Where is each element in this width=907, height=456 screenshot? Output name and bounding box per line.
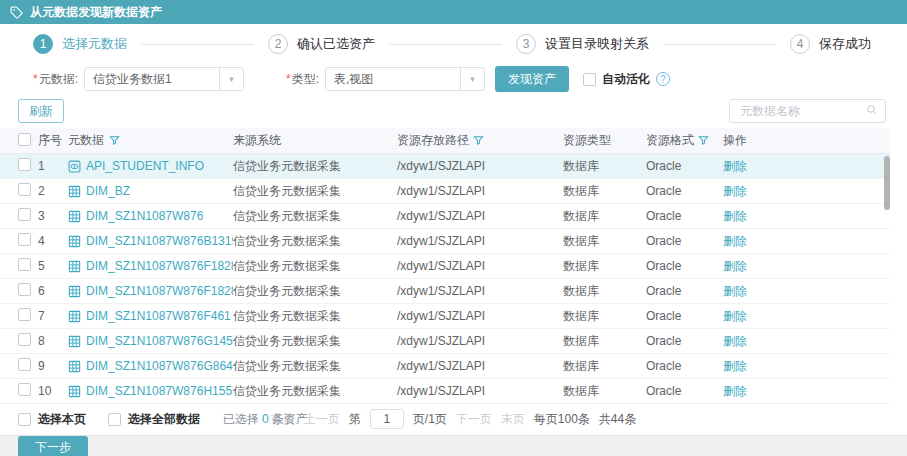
delete-link[interactable]: 删除 xyxy=(723,334,747,348)
metadata-link[interactable]: DIM_SZ1N1087W876F1828 xyxy=(86,259,233,273)
delete-link[interactable]: 删除 xyxy=(723,284,747,298)
row-index: 10 xyxy=(38,384,68,398)
type-select[interactable]: 表,视图 ▼ xyxy=(325,67,485,91)
step-1-label: 选择元数据 xyxy=(62,35,127,53)
discover-assets-button[interactable]: 发现资产 xyxy=(495,66,569,92)
vertical-scrollbar[interactable] xyxy=(884,156,890,210)
select-page-checkbox[interactable] xyxy=(18,413,31,426)
table-row: 9 DIM_SZ1N1087W876G864 信贷业务元数据采集 /xdyw1/… xyxy=(0,354,890,379)
table-row: 2 DIM_BZ 信贷业务元数据采集 /xdyw1/SJZLAPI 数据库 Or… xyxy=(0,179,890,204)
metadata-link[interactable]: DIM_SZ1N1087W876G864 xyxy=(86,359,233,373)
delete-link[interactable]: 删除 xyxy=(723,184,747,198)
row-index: 3 xyxy=(38,209,68,223)
row-checkbox[interactable] xyxy=(18,383,31,396)
row-index: 7 xyxy=(38,309,68,323)
filter-icon[interactable] xyxy=(473,135,484,146)
delete-link[interactable]: 删除 xyxy=(723,209,747,223)
row-checkbox[interactable] xyxy=(18,233,31,246)
next-page-button[interactable]: 下一页 xyxy=(456,411,492,428)
metadata-link[interactable]: DIM_SZ1N1087W876B1319 xyxy=(86,234,233,248)
delete-link[interactable]: 删除 xyxy=(723,309,747,323)
filter-icon[interactable] xyxy=(109,135,120,146)
row-source: 信贷业务元数据采集 xyxy=(233,333,397,350)
prev-page-button[interactable]: 上一页 xyxy=(304,411,340,428)
type-select-value: 表,视图 xyxy=(326,71,460,88)
auto-activate-checkbox[interactable] xyxy=(583,73,596,86)
table-row: 4 DIM_SZ1N1087W876B1319 信贷业务元数据采集 /xdyw1… xyxy=(0,229,890,254)
last-page-button[interactable]: 末页 xyxy=(501,411,525,428)
row-checkbox[interactable] xyxy=(18,333,31,346)
row-index: 1 xyxy=(38,159,68,173)
table-row: 6 DIM_SZ1N1087W876F1828Y1113 信贷业务元数据采集 /… xyxy=(0,279,890,304)
metadata-link[interactable]: DIM_SZ1N1087W876F1828Y1113 xyxy=(86,284,233,298)
row-checkbox[interactable] xyxy=(18,158,31,171)
column-header-path-label: 资源存放路径 xyxy=(397,132,469,149)
table-icon xyxy=(68,335,81,348)
row-path: /xdyw1/SJZLAPI xyxy=(397,359,563,373)
metadata-select[interactable]: 信贷业务数据1 ▼ xyxy=(84,67,244,91)
delete-link[interactable]: 删除 xyxy=(723,259,747,273)
row-checkbox[interactable] xyxy=(18,358,31,371)
row-checkbox[interactable] xyxy=(18,308,31,321)
metadata-link[interactable]: DIM_SZ1N1087W876F461 xyxy=(86,309,231,323)
table-icon xyxy=(68,360,81,373)
search-icon[interactable] xyxy=(866,102,878,120)
row-checkbox[interactable] xyxy=(18,183,31,196)
table-row: 5 DIM_SZ1N1087W876F1828 信贷业务元数据采集 /xdyw1… xyxy=(0,254,890,279)
row-checkbox[interactable] xyxy=(18,283,31,296)
refresh-button[interactable]: 刷新 xyxy=(18,99,64,123)
total-count-label: 共44条 xyxy=(599,411,636,428)
step-connector xyxy=(663,44,776,45)
select-all-data-checkbox[interactable] xyxy=(108,413,121,426)
row-path: /xdyw1/SJZLAPI xyxy=(397,259,563,273)
metadata-link[interactable]: API_STUDENT_INFO xyxy=(86,159,204,173)
row-type: 数据库 xyxy=(563,333,646,350)
step-2: 2 确认已选资产 xyxy=(268,34,375,54)
row-index: 4 xyxy=(38,234,68,248)
selected-count: 0 xyxy=(262,412,269,426)
row-type: 数据库 xyxy=(563,283,646,300)
step-connector xyxy=(389,44,502,45)
tag-icon xyxy=(10,6,23,19)
chevron-down-icon[interactable]: ▼ xyxy=(219,68,243,90)
row-checkbox[interactable] xyxy=(18,258,31,271)
row-format: Oracle xyxy=(646,184,723,198)
metadata-link[interactable]: DIM_SZ1N1087W876G1459 xyxy=(86,334,233,348)
search-input[interactable] xyxy=(738,103,866,119)
row-path: /xdyw1/SJZLAPI xyxy=(397,234,563,248)
row-source: 信贷业务元数据采集 xyxy=(233,233,397,250)
step-2-label: 确认已选资产 xyxy=(297,35,375,53)
titlebar: 从元数据发现新数据资产 xyxy=(0,0,907,24)
table-icon xyxy=(68,235,81,248)
step-1-circle: 1 xyxy=(33,34,53,54)
help-icon[interactable]: ? xyxy=(656,72,670,86)
step-4-circle: 4 xyxy=(790,34,810,54)
row-format: Oracle xyxy=(646,259,723,273)
metadata-select-value: 信贷业务数据1 xyxy=(85,71,219,88)
next-step-button[interactable]: 下一步 xyxy=(18,436,88,456)
delete-link[interactable]: 删除 xyxy=(723,234,747,248)
filter-icon[interactable] xyxy=(698,135,709,146)
row-format: Oracle xyxy=(646,359,723,373)
row-index: 9 xyxy=(38,359,68,373)
row-path: /xdyw1/SJZLAPI xyxy=(397,184,563,198)
table-header-row: 序号 元数据 来源系统 资源存放路径 资源类型 资源格式 xyxy=(0,128,890,154)
page-number-input[interactable] xyxy=(370,409,404,429)
delete-link[interactable]: 删除 xyxy=(723,159,747,173)
delete-link[interactable]: 删除 xyxy=(723,359,747,373)
page-prefix: 第 xyxy=(349,411,361,428)
metadata-link[interactable]: DIM_SZ1N1087W876 xyxy=(86,209,203,223)
row-checkbox[interactable] xyxy=(18,208,31,221)
metadata-link[interactable]: DIM_BZ xyxy=(86,184,130,198)
column-header-metadata: 元数据 xyxy=(68,132,233,149)
table-body: 1 API_STUDENT_INFO 信贷业务元数据采集 /xdyw1/SJZL… xyxy=(0,154,890,404)
delete-link[interactable]: 删除 xyxy=(723,384,747,398)
metadata-link[interactable]: DIM_SZ1N1087W876H1555 xyxy=(86,384,233,398)
select-all-checkbox[interactable] xyxy=(18,133,31,146)
row-index: 2 xyxy=(38,184,68,198)
chevron-down-icon[interactable]: ▼ xyxy=(460,68,484,90)
step-2-circle: 2 xyxy=(268,34,288,54)
row-type: 数据库 xyxy=(563,383,646,400)
table-icon xyxy=(68,185,81,198)
row-format: Oracle xyxy=(646,159,723,173)
